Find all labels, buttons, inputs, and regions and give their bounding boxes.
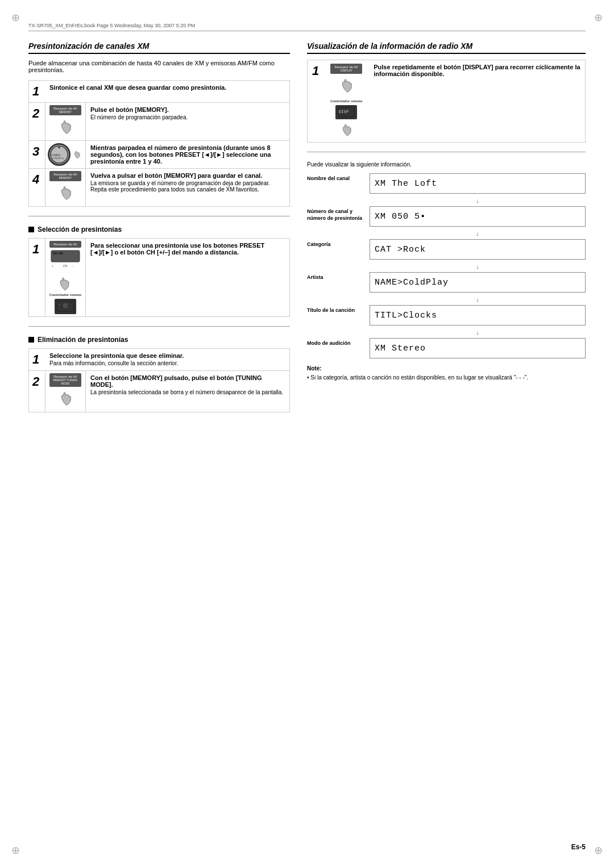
info-display-text-0: XM The Loft [375, 179, 437, 189]
eliminacion-step-2-row: 2 Receptor de AV MEMORY TUNING MODE Con … [28, 371, 290, 412]
seleccion-step-1-content: Para seleccionar una presintonía use los… [86, 239, 289, 316]
step-2-row: 2 Receptor de AV MEMORY Pulse el botón [… [28, 103, 290, 141]
step-4-normal: La emisora se guarda y el número de prog… [90, 180, 285, 193]
arrow-2: ↓ [370, 263, 586, 270]
step-4-content: Vuelva a pulsar el botón [MEMORY] para g… [86, 169, 289, 206]
info-display-text-3: NAME>ColdPlay [375, 278, 449, 287]
eliminacion-step-1-bold: Seleccione la presintonía que desee elim… [49, 352, 285, 359]
step-3-bold: Mientras parpadea el número de presinton… [90, 144, 285, 165]
info-display-0: XM The Loft [370, 173, 586, 194]
eliminacion-step-2-num: 2 [29, 371, 45, 412]
step-2-content: Pulse el botón [MEMORY]. El número de pr… [86, 103, 289, 140]
knob-icon-3: TUNING ◄ PRESET ► [48, 143, 70, 166]
can-display-text: Puede visualizar la siguiente informació… [307, 161, 586, 168]
note-section: Note: • Si la categoría, artista o canci… [307, 365, 586, 382]
eliminacion-step-1-num: 1 [29, 349, 45, 370]
info-row-0: Nombre del canal XM The Loft [307, 173, 586, 194]
svg-text:TUNING: TUNING [51, 154, 61, 157]
info-row-3: Artista NAME>ColdPlay [307, 272, 586, 293]
hand-icon-seleccion [55, 275, 76, 292]
info-label-5: Modo de audición [307, 338, 370, 358]
page: TX-SR705_XM_EnFrEs.book Page 5 Wednesday… [0, 0, 614, 868]
main-content: Presintonización de canales XM Puede alm… [28, 41, 586, 412]
bullet-square-2 [28, 337, 34, 343]
info-label-0: Nombre del canal [307, 173, 370, 194]
step-3-img: TUNING ◄ PRESET ► [45, 141, 86, 168]
svg-point-12 [64, 304, 67, 307]
step-3-num: 3 [29, 141, 45, 168]
av-receiver-2: Receptor de AV MEMORY [49, 105, 81, 115]
step-4-img: Receptor de AV MEMORY [45, 169, 86, 206]
right-display-label: DISPLAY [331, 69, 361, 72]
seleccion-step-1-img: Receptor de AV + CH - [45, 239, 86, 316]
knob-svg: TUNING ◄ PRESET ► [49, 144, 69, 165]
right-device2-label: Controlador remoto [330, 99, 362, 103]
right-device-block: Receptor de AV DISPLAY Controlador remot… [330, 64, 362, 139]
right-av-receiver: Receptor de AV DISPLAY [330, 64, 362, 74]
eliminacion-step-2-content: Con el botón [MEMORY] pulsado, pulse el … [86, 371, 289, 412]
info-row-4: Título de la canción TITL>Clocks [307, 305, 586, 326]
step-4-num: 4 [29, 169, 45, 206]
left-section-title: Presintonización de canales XM [28, 41, 290, 54]
step-2-num: 2 [29, 103, 45, 140]
info-label-3: Artista [307, 272, 370, 293]
eliminacion-device-sublabel: MEMORY TUNING MODE [51, 378, 80, 385]
left-section-subtitle: Puede almacenar una combinación de hasta… [28, 60, 290, 73]
hand-icon-elim [55, 388, 76, 410]
info-row-2: Categoría CAT >Rock [307, 239, 586, 260]
info-display-4: TITL>Clocks [370, 305, 586, 326]
svg-rect-5 [53, 252, 57, 254]
seleccion-device1-label: Receptor de AV [53, 243, 77, 246]
seleccion-device-svg: + CH - [51, 250, 80, 274]
note-title: Note: [307, 365, 586, 372]
right-step1-num: 1 [312, 64, 319, 139]
remote-box: + - [55, 299, 76, 314]
svg-rect-6 [59, 252, 63, 254]
arrow-3: ↓ [370, 296, 586, 303]
av-receiver-4: Receptor de AV MEMORY [49, 171, 81, 181]
step-2-bold: Pulse el botón [MEMORY]. [90, 106, 285, 113]
seleccion-step-1-row: 1 Receptor de AV + CH - [28, 238, 290, 317]
info-row-1: Número de canal y número de presintonía … [307, 206, 586, 227]
eliminacion-step-1-row: 1 Seleccione la presintonía que desee el… [28, 348, 290, 371]
step-2-normal: El número de programación parpadea. [90, 114, 285, 120]
right-step1-text: Pulse repetidamente el botón [DISPLAY] p… [374, 64, 580, 139]
right-section-title: Visualización de la información de radio… [307, 41, 586, 54]
hand-icon-2 [55, 116, 76, 138]
info-row-5: Modo de audición XM Stereo [307, 338, 586, 358]
divider-2 [28, 326, 290, 327]
arrow-4: ↓ [370, 329, 586, 336]
hand-icon-right2 [337, 122, 356, 139]
bullet-square [28, 227, 34, 232]
eliminacion-step-2-normal: La presintonía seleccionada se borra y e… [90, 389, 285, 395]
svg-text:+: + [52, 264, 53, 268]
step-1-num: 1 [29, 81, 45, 102]
divider-1 [28, 216, 290, 216]
svg-text:CH: CH [63, 264, 68, 268]
svg-text:DISP: DISP [339, 110, 349, 114]
step-1-content: Sintonice el canal XM que desea guardar … [45, 81, 289, 102]
arrow-0: ↓ [370, 197, 586, 204]
hand-icon-4 [55, 182, 76, 204]
seleccion-title-container: Selección de presintonías [28, 226, 290, 233]
seleccion-step-1-bold: Para seleccionar una presintonía use los… [90, 242, 285, 256]
right-remote-box: DISP [335, 105, 357, 119]
note-text: • Si la categoría, artista o canción no … [307, 374, 586, 382]
seleccion-device-block: Receptor de AV + CH - [49, 241, 81, 314]
memory-label-4: MEMORY [51, 176, 80, 180]
svg-text:◄ PRESET ►: ◄ PRESET ► [51, 157, 64, 160]
left-column: Presintonización de canales XM Puede alm… [28, 41, 290, 412]
right-step1-imgs: Receptor de AV DISPLAY Controlador remot… [323, 64, 369, 139]
info-display-text-2: CAT >Rock [375, 245, 426, 254]
hand-icon-right [335, 75, 357, 97]
info-label-2: Categoría [307, 239, 370, 260]
memory-label: MEMORY [51, 110, 80, 114]
controlador-label: Controlador remoto [49, 293, 81, 297]
step-1-row: 1 Sintonice el canal XM que desea guarda… [28, 80, 290, 103]
step-1-bold: Sintonice el canal XM que desea guardar … [49, 84, 285, 91]
eliminacion-step-1-normal: Para más información, consulte la secció… [49, 360, 285, 366]
info-display-text-4: TITL>Clocks [375, 311, 437, 320]
info-display-5: XM Stereo [370, 338, 586, 358]
right-divider-1 [307, 152, 586, 152]
seleccion-title: Selección de presintonías [38, 226, 122, 233]
